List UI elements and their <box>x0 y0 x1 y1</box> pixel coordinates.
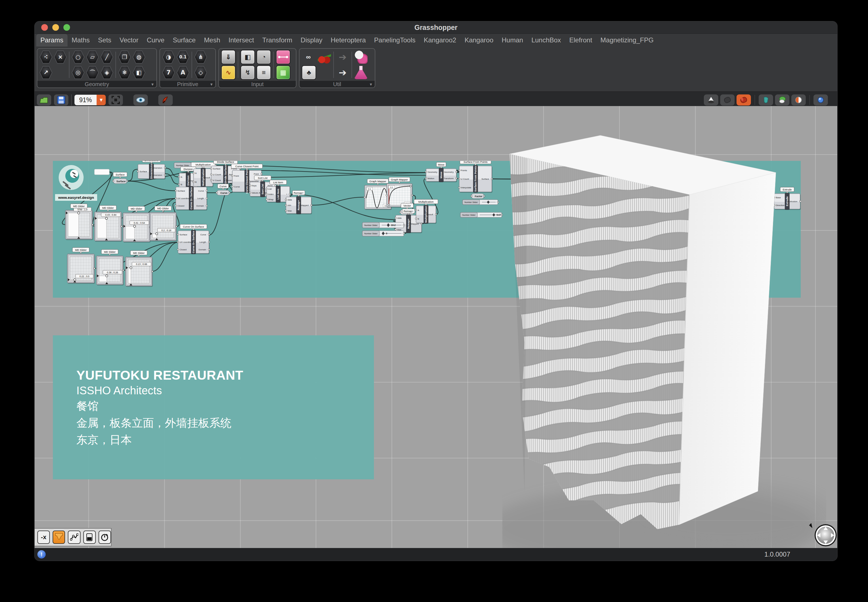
vector-icon[interactable]: ↗ <box>40 66 52 80</box>
wire-icon[interactable] <box>276 50 290 64</box>
tab-elefront[interactable]: Elefront <box>565 34 597 46</box>
graph-node[interactable]: Number Slider <box>463 200 498 205</box>
easyref-logo[interactable]: www.easyref.design <box>55 165 97 201</box>
boolean-icon[interactable]: ◑ <box>162 50 175 64</box>
import-icon[interactable]: ⇓ <box>221 50 236 64</box>
definition-canvas[interactable]: www.easyref.designSurfaceSurfaceDimensio… <box>35 106 837 548</box>
graph-node[interactable]: Remap+dataminMaxMapped <box>286 196 312 214</box>
scribble-icon[interactable]: ∿ <box>221 65 236 80</box>
title-bar[interactable]: Grasshopper <box>35 22 837 34</box>
hidden-preview-button[interactable] <box>720 94 735 106</box>
arc-icon[interactable]: ⌒ <box>86 66 99 80</box>
tab-params[interactable]: Params <box>36 34 67 46</box>
graph-node[interactable]: 0.22 ; 0.0 <box>67 254 95 284</box>
tab-transform[interactable]: Transform <box>258 34 296 46</box>
tab-panelingtools[interactable]: PanelingTools <box>370 34 420 46</box>
list-icon[interactable]: ≡ <box>256 65 271 80</box>
tab-display[interactable]: Display <box>296 34 327 46</box>
tab-kangaroo[interactable]: Kangaroo <box>460 34 497 46</box>
notification-icon[interactable]: ! <box>37 550 46 559</box>
tab-mesh[interactable]: Mesh <box>200 34 224 46</box>
plane-icon[interactable]: ▱ <box>86 50 99 64</box>
green-material-button[interactable] <box>775 94 790 106</box>
snowflake-icon[interactable]: ❄ <box>118 66 131 80</box>
remote-glasses-icon[interactable]: ∞ <box>302 51 315 64</box>
branch-icon[interactable]: ⋔ <box>194 50 207 64</box>
mesh-net-icon[interactable]: ◇ <box>194 66 207 80</box>
timer-widget-button[interactable] <box>98 531 111 544</box>
tab-curve[interactable]: Curve <box>143 34 169 46</box>
group-expand-icon[interactable]: ▾ <box>210 82 213 87</box>
graph-node[interactable] <box>94 169 109 175</box>
graph-node[interactable]: 0.2 ; 0.18 <box>150 212 177 241</box>
graph-node[interactable]: Curve On SurfaceSurfaceUV coordinatesClo… <box>176 186 207 210</box>
graph-node[interactable]: Curve <box>217 190 230 195</box>
tab-surface[interactable]: Surface <box>169 34 200 46</box>
graph-node[interactable]: Curve On SurfaceSurfaceUV coordinatesClo… <box>178 230 210 254</box>
tab-vector[interactable]: Vector <box>115 34 143 46</box>
knob-icon[interactable]: ◔ <box>256 50 271 64</box>
graph-node[interactable]: Surface <box>113 179 127 184</box>
graph-node[interactable]: DimensionsSurfaceU dimensionV dimension <box>138 164 166 180</box>
graph-node[interactable]: 0.36 ; 0.26 <box>96 256 124 286</box>
tab-magnetizing_fpg[interactable]: Magnetizing_FPG <box>596 34 658 46</box>
curve-widget-button[interactable] <box>68 531 80 544</box>
zoom-level[interactable]: 91% <box>74 95 97 105</box>
integer-icon[interactable]: 7 <box>162 66 175 80</box>
line-icon[interactable]: ╱ <box>100 50 113 64</box>
patch-icon[interactable]: ◧ <box>133 66 145 80</box>
tab-heteroptera[interactable]: Heteroptera <box>327 34 370 46</box>
blue-sphere-button[interactable] <box>813 94 828 106</box>
sketch-pen-button[interactable] <box>158 94 173 106</box>
graph-node[interactable]: MultiplicationABResult <box>193 168 213 187</box>
tab-sets[interactable]: Sets <box>94 34 115 46</box>
graph-node[interactable]: 0.43 ; 0.84 <box>94 212 122 242</box>
tab-intersect[interactable]: Intersect <box>224 34 258 46</box>
tab-lunchbox[interactable]: LunchBox <box>527 34 565 46</box>
slider-widget-button[interactable] <box>83 531 96 544</box>
number-icon[interactable]: 0.1 <box>176 50 189 64</box>
jellyfish-icon[interactable] <box>354 51 368 64</box>
group-expand-icon[interactable]: ▾ <box>152 82 153 87</box>
group-expand-icon[interactable]: ▾ <box>370 82 372 87</box>
point-icon[interactable]: ⁖ <box>40 50 52 64</box>
graph-node[interactable]: Number Slider0.67 <box>460 212 502 217</box>
graph-node[interactable]: 0.13 ; 0.66 <box>126 257 153 287</box>
zoom-dropdown[interactable]: ▼ <box>97 95 106 105</box>
relay-light-icon[interactable]: ➔ <box>336 66 349 79</box>
flask-icon[interactable] <box>354 66 368 79</box>
circle-icon[interactable]: ○ <box>72 50 84 64</box>
preview-eye-button[interactable] <box>133 94 148 106</box>
wire-display-button[interactable] <box>704 94 718 106</box>
paint-widget-button[interactable] <box>52 531 65 544</box>
cherries-icon[interactable] <box>318 51 331 64</box>
expression-widget-button[interactable]: -x <box>37 531 50 544</box>
sparkle-icon[interactable]: ◈ <box>100 66 113 80</box>
graph-node[interactable]: MultiplicationABResult <box>416 205 437 224</box>
graft-icon[interactable]: ↯ <box>241 65 255 80</box>
cyan-material-button[interactable] <box>759 94 773 106</box>
spiral-icon[interactable]: ◎ <box>72 66 84 80</box>
graph-node[interactable]: Number Slider0 <box>362 231 404 236</box>
view-navigation-ball[interactable] <box>808 521 837 548</box>
data-tree-icon[interactable]: ♣ <box>302 65 316 80</box>
toggle-icon[interactable]: ◧ <box>241 50 255 64</box>
text-icon[interactable]: A <box>176 66 189 80</box>
tab-human[interactable]: Human <box>498 34 527 46</box>
open-file-button[interactable] <box>37 94 51 106</box>
tab-kangaroo2[interactable]: Kangaroo2 <box>420 34 460 46</box>
graph-node[interactable]: MoveGeometryMotionGeometryTransform <box>426 168 457 182</box>
tab-maths[interactable]: Maths <box>67 34 94 46</box>
orange-material-button[interactable] <box>791 94 806 106</box>
shaded-preview-button[interactable] <box>736 94 751 106</box>
gradient-icon[interactable]: ▦ <box>276 65 290 80</box>
relay-dark-icon[interactable]: ➔ <box>336 51 349 64</box>
zoom-extents-button[interactable] <box>109 94 123 106</box>
save-file-button[interactable] <box>54 94 68 106</box>
graph-node[interactable]: Number Slider10.2 <box>362 223 404 228</box>
graph-node[interactable]: Factor <box>471 194 484 198</box>
graph-node[interactable]: Surface From PointsPointsU CountInterpol… <box>459 165 492 193</box>
graph-node[interactable]: 0.41 ; 0.54 <box>123 213 150 243</box>
null-item-icon[interactable]: × <box>54 50 67 64</box>
box-icon[interactable]: ❐ <box>118 50 131 64</box>
